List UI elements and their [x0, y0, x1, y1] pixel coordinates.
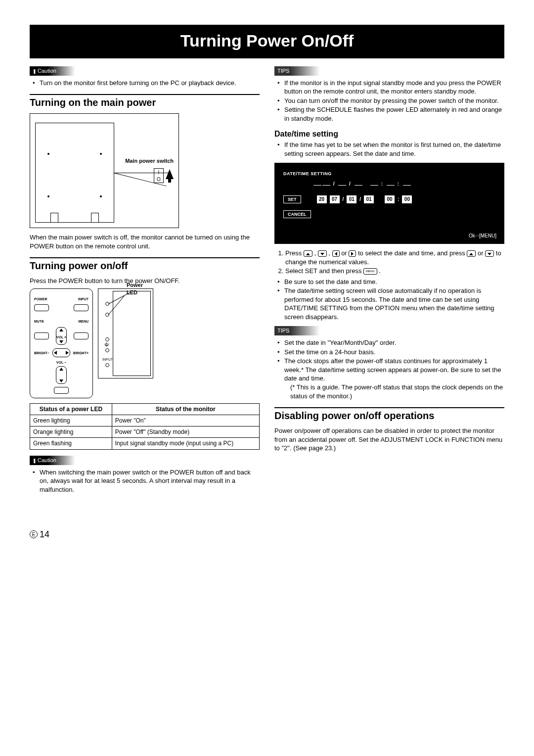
dt-steps: Press , , or to select the date and time… — [274, 249, 504, 276]
content-columns: Caution Turn on the monitor first before… — [30, 66, 504, 499]
list-item: The date/time setting screen will close … — [280, 286, 504, 321]
caution-label-2: Caution — [30, 456, 75, 465]
table-header: Status of a power LED — [30, 403, 112, 415]
step-item: Press , , or to select the date and time… — [285, 249, 504, 266]
list-item: Set the time on a 24-hour basis. — [280, 348, 504, 357]
dt-val: 01 — [364, 195, 374, 203]
right-column: TIPS If the monitor is in the input sign… — [274, 66, 504, 499]
caution-list-1: Turn on the monitor first before turning… — [30, 79, 260, 88]
table-row: Orange lightingPower "Off" (Standby mode… — [30, 426, 260, 438]
list-item: You can turn on/off the monitor by press… — [280, 96, 504, 105]
list-item: If the time has yet to be set when the m… — [280, 141, 504, 158]
list-item: Be sure to set the date and time. — [280, 278, 504, 286]
heading-disabling: Disabling power on/off operations — [274, 407, 504, 423]
down-key-icon — [318, 250, 327, 257]
dt-dash-row: / / : : — [313, 181, 495, 188]
remote-control: POWERINPUT MUTEMENU VOL + BRIGHT− BRIGHT… — [30, 288, 93, 398]
page-title: Turning Power On/Off — [30, 25, 504, 58]
tips-label-2: TIPS — [274, 326, 320, 335]
heading-main-power: Turning on the main power — [30, 94, 260, 109]
dt-set-row: SET 20 07 / 01 / 01 00 : 00 — [283, 195, 495, 203]
left-column: Caution Turn on the monitor first before… — [30, 66, 260, 499]
cancel-button[interactable]: CANCEL — [283, 210, 311, 218]
power-led-table: Status of a power LED Status of the moni… — [30, 403, 260, 450]
tips-label-1: TIPS — [274, 66, 320, 76]
left-key-icon — [332, 250, 340, 257]
list-item: Set the date in "Year/Month/Day" order. — [280, 338, 504, 347]
tv-front-panel: Power LED ⏻ INPUT — [98, 288, 153, 378]
dt-intro-list: If the time has yet to be set when the m… — [274, 141, 504, 158]
ok-menu-hint: Ok···[MENU] — [469, 233, 496, 239]
caution-list-2: When switching the main power switch or … — [30, 468, 260, 494]
main-power-switch-label: Main power switch — [125, 157, 174, 165]
figure-note: When the main power switch is off, the m… — [30, 233, 260, 250]
tips-footnote: (* This is a guide. The power-off status… — [284, 383, 504, 400]
page-number: E 14 — [30, 528, 504, 540]
dt-val: 01 — [347, 195, 356, 203]
tips-list-1: If the monitor is in the input signal st… — [274, 79, 504, 123]
down-key-icon — [485, 250, 494, 257]
monitor-outline — [35, 123, 114, 223]
caution-label-1: Caution — [30, 66, 75, 76]
heading-power-onoff: Turning power on/off — [30, 257, 260, 273]
right-key-icon — [349, 250, 356, 257]
caution-item: Turn on the monitor first before turning… — [36, 79, 260, 88]
dt-val: 00 — [402, 195, 412, 203]
dt-val: 20 — [317, 195, 327, 203]
table-row: Green lightingPower "On" — [30, 415, 260, 426]
heading-datetime: Date/time setting — [274, 129, 504, 140]
disabling-text: Power on/power off operations can be dis… — [274, 426, 504, 453]
dt-screen-title: DATE/TIME SETTING — [283, 171, 495, 177]
menu-key-icon: MENU — [363, 268, 377, 275]
list-item: The clock stops after the power-off stat… — [280, 357, 504, 400]
dt-post-steps: Be sure to set the date and time. The da… — [274, 278, 504, 322]
figure-monitor-back: Main power switch IO — [30, 113, 179, 228]
datetime-screen: DATE/TIME SETTING / / : : SET 20 07 / 01… — [274, 163, 504, 244]
figure-remote-tv: POWERINPUT MUTEMENU VOL + BRIGHT− BRIGHT… — [30, 288, 260, 398]
lang-marker-icon: E — [30, 530, 38, 538]
list-item: If the monitor is in the input signal st… — [280, 79, 504, 96]
dt-cancel-row: CANCEL — [283, 210, 495, 218]
set-button[interactable]: SET — [283, 195, 301, 203]
dt-val: 00 — [385, 195, 395, 203]
up-key-icon — [304, 250, 312, 257]
dt-val: 07 — [330, 195, 340, 203]
list-item: Setting the SCHEDULE flashes the power L… — [280, 105, 504, 123]
caution-item: When switching the main power switch or … — [36, 468, 260, 494]
table-row: Green flashingInput signal standby mode … — [30, 438, 260, 449]
table-header: Status of the monitor — [112, 403, 259, 415]
main-power-switch-icon: IO — [154, 168, 174, 183]
up-key-icon — [467, 250, 476, 257]
tips-list-2: Set the date in "Year/Month/Day" order. … — [274, 338, 504, 400]
step-item: Select SET and then press MENU . — [285, 267, 504, 276]
